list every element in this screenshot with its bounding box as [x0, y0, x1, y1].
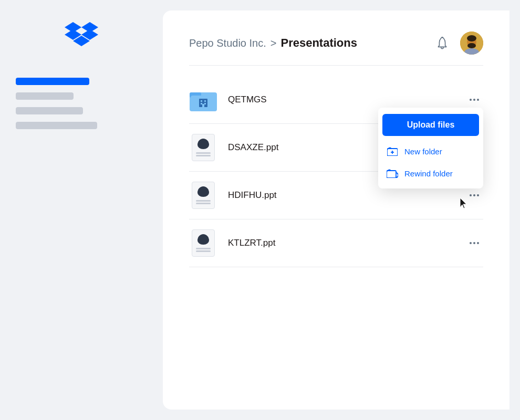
upload-files-button[interactable]: Upload files	[382, 114, 479, 136]
dot-icon	[470, 242, 472, 244]
ppt-icon-wrap	[189, 181, 217, 209]
svg-rect-19	[202, 104, 204, 107]
ppt-file-icon	[192, 182, 215, 209]
folder-icon	[190, 88, 217, 111]
main-content: Pepo Studio Inc. > Presentations	[163, 10, 509, 410]
svg-rect-15	[201, 100, 202, 102]
sidebar-item-active[interactable]	[16, 78, 89, 85]
dropbox-logo-icon	[65, 21, 98, 46]
file-more-options[interactable]	[465, 190, 483, 201]
ppt-icon-wrap	[189, 229, 217, 257]
ppt-line-icon	[196, 152, 211, 154]
breadcrumb-parent[interactable]: Pepo Studio Inc.	[189, 37, 266, 49]
ppt-line-icon	[196, 200, 211, 202]
ppt-line-icon	[196, 155, 211, 156]
dot-icon	[477, 242, 479, 244]
header-actions	[433, 32, 483, 55]
rewind-folder-label: Rewind folder	[404, 169, 453, 178]
file-name: KTLZRT.ppt	[228, 238, 465, 248]
dot-icon	[473, 242, 475, 244]
header-divider	[189, 65, 483, 66]
folder-icon-wrap	[189, 86, 217, 114]
rewind-folder-icon	[387, 167, 398, 179]
svg-point-9	[467, 43, 476, 48]
sidebar-item-1[interactable]	[16, 92, 74, 100]
file-name: HDIFHU.ppt	[228, 190, 465, 201]
bell-icon	[435, 36, 449, 50]
ppt-file-icon	[192, 134, 215, 161]
dot-icon	[470, 99, 472, 101]
ppt-icon-wrap	[189, 133, 217, 162]
avatar-face-icon	[460, 32, 483, 55]
notifications-button[interactable]	[433, 34, 452, 52]
svg-rect-18	[204, 103, 206, 104]
file-more-options[interactable]	[465, 94, 483, 105]
logo-area	[0, 21, 163, 46]
header: Pepo Studio Inc. > Presentations	[189, 32, 483, 55]
new-folder-icon	[387, 145, 398, 157]
svg-point-8	[467, 35, 476, 41]
new-folder-label: New folder	[404, 147, 442, 156]
dot-icon	[473, 99, 475, 101]
nav-items	[0, 78, 163, 129]
dot-icon	[473, 194, 475, 196]
ppt-line-icon	[196, 248, 211, 249]
sidebar	[0, 0, 163, 420]
breadcrumb-current: Presentations	[280, 36, 357, 50]
table-row[interactable]: KTLZRT.ppt	[189, 219, 483, 267]
ppt-file-icon	[192, 229, 215, 257]
sidebar-item-2[interactable]	[16, 107, 83, 114]
breadcrumb-separator: >	[271, 37, 277, 49]
dot-icon	[470, 194, 472, 196]
ppt-line-icon	[196, 250, 211, 252]
rewind-folder-item[interactable]: Rewind folder	[378, 162, 483, 184]
breadcrumb: Pepo Studio Inc. > Presentations	[189, 36, 357, 50]
svg-rect-16	[204, 100, 206, 102]
dropdown-menu: Upload files New folder	[378, 108, 483, 188]
new-folder-item[interactable]: New folder	[378, 140, 483, 162]
file-name: QETMGS	[228, 94, 465, 105]
svg-rect-23	[387, 171, 396, 178]
file-more-options[interactable]	[465, 238, 483, 248]
ppt-line-icon	[196, 203, 211, 204]
sidebar-item-3[interactable]	[16, 122, 97, 129]
svg-point-5	[442, 37, 443, 38]
svg-rect-17	[201, 103, 202, 104]
dot-icon	[477, 99, 479, 101]
user-avatar[interactable]	[460, 32, 483, 55]
dot-icon	[477, 194, 479, 196]
avatar-image	[460, 32, 483, 55]
